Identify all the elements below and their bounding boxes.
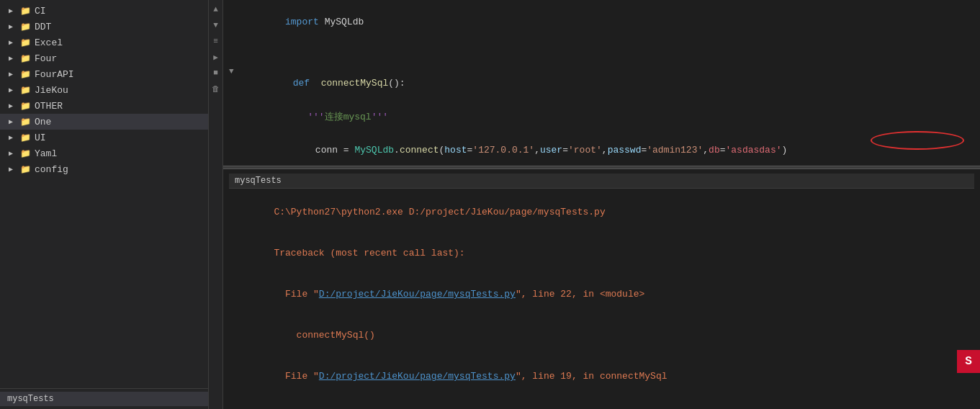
folder-icon-yaml: 📁 [19, 148, 31, 159]
settings-icon[interactable]: ≡ [210, 35, 222, 48]
sidebar-tree: ▶ 📁 CI ▶ 📁 DDT ▶ 📁 Excel ▶ 📁 Four ▶ 📁 Fo… [0, 0, 208, 388]
sidebar-label-yaml: Yaml [35, 148, 57, 159]
sidebar-item-fourapi[interactable]: ▶ 📁 FourAPI [0, 66, 208, 82]
sidebar-item-ui[interactable]: ▶ 📁 UI [0, 130, 208, 145]
code-line-import: import MySQLdb [223, 6, 980, 38]
stop-icon[interactable]: ■ [210, 66, 222, 79]
sidebar-item-ddt[interactable]: ▶ 📁 DDT [0, 19, 208, 35]
sidebar-item-jiekou[interactable]: ▶ 📁 JieKou [0, 82, 208, 98]
code-editor: import MySQLdb ▼ def connectMySql(): ' [223, 0, 980, 166]
sidebar-bottom: mysqTests [0, 388, 208, 409]
line-content-conn: conn = MySQLdb.connect(host='127.0.0.1',… [237, 134, 974, 166]
folder-icon-four: 📁 [19, 53, 31, 64]
term-line-5: conn = MySQLdb.connect(host='127.0.0.1',… [229, 397, 974, 405]
float-s-button[interactable]: S [957, 350, 980, 373]
terminal-content: C:\Python27\python2.exe D:/project/JieKo… [229, 192, 974, 405]
code-area: import MySQLdb ▼ def connectMySql(): ' [223, 0, 980, 166]
collapse-arrow-ui: ▶ [9, 133, 17, 142]
collapse-arrow-jiekou: ▶ [9, 86, 17, 94]
folder-icon-other: 📁 [19, 101, 31, 112]
sidebar-item-excel[interactable]: ▶ 📁 Excel [0, 35, 208, 50]
terminal-tab-label: mysqTests [235, 176, 282, 186]
sidebar-item-four[interactable]: ▶ 📁 Four [0, 50, 208, 66]
sidebar-label-excel: Excel [35, 37, 63, 48]
collapse-arrow-four: ▶ [9, 54, 17, 63]
delete-icon[interactable]: 🗑 [210, 82, 222, 95]
folder-icon-fourapi: 📁 [19, 69, 31, 80]
sidebar-item-yaml[interactable]: ▶ 📁 Yaml [0, 145, 208, 161]
folder-icon-excel: 📁 [19, 37, 31, 48]
run-icon[interactable]: ▶ [210, 50, 222, 63]
side-icon-bar: ▲ ▼ ≡ ▶ ■ 🗑 [209, 0, 223, 409]
line-content-blank2 [229, 53, 974, 63]
folder-icon-ui: 📁 [19, 132, 31, 143]
sidebar-item-other[interactable]: ▶ 📁 OTHER [0, 98, 208, 114]
terminal: mysqTests C:\Python27\python2.exe D:/pro… [223, 169, 980, 409]
sidebar-label-four: Four [35, 53, 57, 64]
code-line-docstring: '''连接mysql''' [223, 99, 980, 134]
sidebar-label-one: One [35, 117, 51, 127]
collapse-arrow-excel: ▶ [9, 38, 17, 47]
sidebar-label-jiekou: JieKou [35, 85, 68, 96]
folder-icon-ddt: 📁 [19, 22, 31, 32]
collapse-arrow-other: ▶ [9, 102, 17, 110]
term-line-2: File "D:/project/JieKou/page/mysqTests.p… [229, 274, 974, 315]
collapse-def-arrow[interactable]: ▼ [229, 67, 234, 76]
folder-icon-config: 📁 [19, 164, 31, 175]
sidebar-item-one[interactable]: ▶ 📁 One [0, 114, 208, 130]
sidebar-label-ci: CI [35, 6, 46, 17]
term-line-1: Traceback (most recent call last): [229, 233, 974, 274]
sidebar-label-fourapi: FourAPI [35, 69, 74, 80]
term-link-1[interactable]: D:/project/JieKou/page/mysqTests.py [319, 371, 516, 382]
sidebar-label-ui: UI [35, 132, 46, 143]
main-area: import MySQLdb ▼ def connectMySql(): ' [223, 0, 980, 409]
collapse-arrow-ci: ▶ [9, 6, 17, 15]
line-content-docstring: '''连接mysql''' [229, 99, 974, 134]
collapse-arrow-ddt: ▶ [9, 22, 17, 31]
sidebar: ▶ 📁 CI ▶ 📁 DDT ▶ 📁 Excel ▶ 📁 Four ▶ 📁 Fo… [0, 0, 209, 409]
sidebar-tab-label: mysqTests [7, 394, 54, 404]
term-link-0[interactable]: D:/project/JieKou/page/mysqTests.py [319, 289, 516, 300]
folder-icon-jiekou: 📁 [19, 85, 31, 96]
code-line-def: ▼ def connectMySql(): [223, 67, 980, 99]
sidebar-item-config[interactable]: ▶ 📁 config [0, 161, 208, 177]
folder-icon-ci: 📁 [19, 6, 31, 17]
line-content-import: import MySQLdb [229, 6, 974, 38]
collapse-arrow-one: ▶ [9, 117, 17, 126]
code-line-blank1 [223, 38, 980, 53]
sidebar-label-other: OTHER [35, 101, 63, 112]
collapse-arrow-config: ▶ [9, 165, 17, 174]
sidebar-tab-mysqtests[interactable]: mysqTests [0, 392, 208, 406]
term-line-4: File "D:/project/JieKou/page/mysqTests.p… [229, 356, 974, 397]
line-content-blank1 [229, 38, 974, 49]
collapse-arrow-yaml: ▶ [9, 149, 17, 158]
code-line-conn: ▼ conn = MySQLdb.connect(host='127.0.0.1… [223, 134, 980, 166]
line-content-def: def connectMySql(): [237, 67, 974, 99]
up-icon[interactable]: ▲ [210, 3, 222, 16]
collapse-arrow-fourapi: ▶ [9, 70, 17, 78]
float-s-label: S [965, 355, 972, 368]
term-line-3: connectMySql() [229, 315, 974, 356]
terminal-header: mysqTests [229, 174, 974, 189]
sidebar-item-ci[interactable]: ▶ 📁 CI [0, 3, 208, 19]
code-line-blank2 [223, 53, 980, 67]
down-icon[interactable]: ▼ [210, 19, 222, 32]
sidebar-label-config: config [35, 164, 68, 175]
folder-icon-one: 📁 [19, 117, 31, 127]
sidebar-label-ddt: DDT [35, 22, 51, 32]
term-line-0: C:\Python27\python2.exe D:/project/JieKo… [229, 192, 974, 233]
